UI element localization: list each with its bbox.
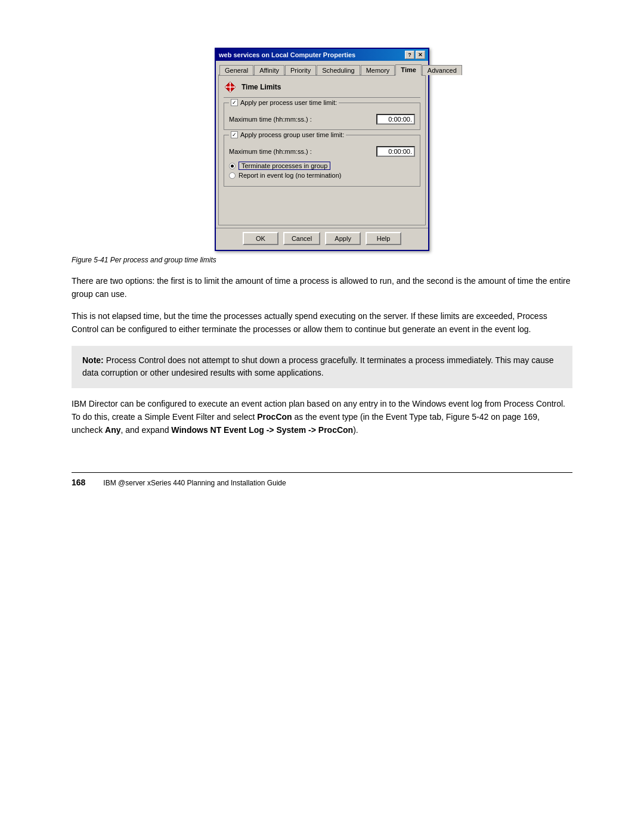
group2-checkbox[interactable]: ✓ (231, 131, 238, 138)
radio-row-2: Report in event log (no termination) (229, 172, 415, 179)
dialog-buttons: OK Cancel Apply Help (216, 228, 428, 250)
dialog-container: web services on Local Computer Propertie… (72, 48, 572, 264)
dialog-titlebar: web services on Local Computer Propertie… (216, 49, 428, 61)
help-button[interactable]: Help (366, 232, 401, 245)
radio-terminate-label: Terminate processes in group (239, 162, 330, 170)
group1-field-label: Maximum time (hh:mm:ss.) : (229, 116, 312, 123)
para3-bold1: ProcCon (257, 412, 292, 422)
group2-legend: ✓ Apply process group user time limit: (229, 131, 346, 138)
group-box-1: ✓ Apply per process user time limit: Max… (224, 103, 420, 130)
radio-terminate[interactable] (229, 163, 236, 169)
group1-checkbox[interactable]: ✓ (231, 99, 238, 106)
tab-advanced[interactable]: Advanced (422, 65, 462, 75)
cancel-button[interactable]: Cancel (283, 232, 320, 245)
note-text: Process Control does not attempt to shut… (82, 355, 554, 378)
tab-affinity[interactable]: Affinity (254, 65, 284, 75)
close-title-button[interactable]: ✕ (416, 51, 425, 59)
help-title-button[interactable]: ? (405, 51, 414, 59)
move-icon (224, 80, 237, 94)
section-header: Time Limits (224, 80, 420, 98)
radio-row-1: Terminate processes in group (229, 162, 415, 170)
titlebar-buttons: ? ✕ (405, 51, 425, 59)
note-box: Note: Process Control does not attempt t… (72, 346, 572, 388)
tab-priority[interactable]: Priority (285, 65, 316, 75)
ok-button[interactable]: OK (243, 232, 278, 245)
tab-scheduling[interactable]: Scheduling (317, 65, 360, 75)
group-box-2: ✓ Apply process group user time limit: M… (224, 135, 420, 187)
group1-legend: ✓ Apply per process user time limit: (229, 99, 339, 106)
tab-time[interactable]: Time (395, 64, 421, 76)
group2-legend-text: Apply process group user time limit: (240, 131, 344, 138)
paragraph-1: There are two options: the first is to l… (72, 275, 572, 301)
para3-middle2: , and expand (121, 425, 172, 435)
tab-memory[interactable]: Memory (361, 65, 395, 75)
page-footer: 168 IBM @server xSeries 440 Planning and… (72, 472, 572, 487)
page-number: 168 (72, 478, 85, 487)
tab-general[interactable]: General (219, 65, 253, 75)
para3-after: ). (353, 425, 358, 435)
group2-field-label: Maximum time (hh:mm:ss.) : (229, 148, 312, 155)
tab-content: Time Limits ✓ Apply per process user tim… (218, 76, 426, 225)
note-bold-prefix: Note: (82, 355, 104, 365)
footer-text: IBM @server xSeries 440 Planning and Ins… (103, 479, 286, 487)
radio-report-label: Report in event log (no termination) (239, 172, 341, 179)
radio-group: Terminate processes in group Report in e… (229, 162, 415, 179)
group1-field-row: Maximum time (hh:mm:ss.) : (229, 114, 415, 125)
figure-caption: Figure 5-41 Per process and group time l… (72, 256, 216, 264)
apply-button[interactable]: Apply (325, 232, 361, 245)
paragraph-3: IBM Director can be configured to execut… (72, 398, 572, 436)
paragraph-2: This is not elapsed time, but the time t… (72, 310, 572, 336)
group2-field-row: Maximum time (hh:mm:ss.) : (229, 146, 415, 157)
content-spacer (224, 191, 420, 221)
tabs-row: General Affinity Priority Scheduling Mem… (218, 63, 426, 76)
para3-bold2: Any (105, 425, 120, 435)
section-title: Time Limits (242, 83, 281, 91)
dialog-window: web services on Local Computer Propertie… (215, 48, 429, 251)
dialog-body: General Affinity Priority Scheduling Mem… (216, 61, 428, 228)
para3-bold3: Windows NT Event Log -> System -> ProcCo… (171, 425, 353, 435)
radio-report[interactable] (229, 172, 236, 179)
group2-time-input[interactable] (376, 146, 415, 157)
group1-legend-text: Apply per process user time limit: (240, 99, 337, 106)
dialog-title: web services on Local Computer Propertie… (219, 51, 355, 58)
group1-time-input[interactable] (376, 114, 415, 125)
